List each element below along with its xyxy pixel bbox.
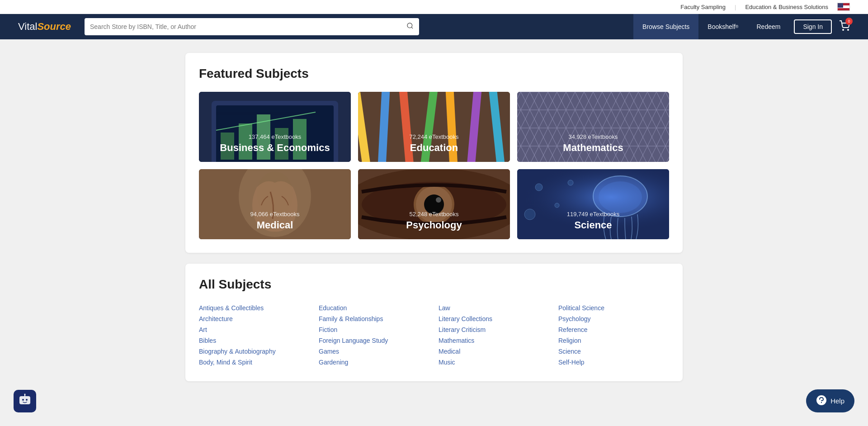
svg-point-46: [24, 394, 26, 395]
svg-point-3: [848, 29, 849, 30]
svg-point-2: [843, 29, 844, 30]
subject-card-education[interactable]: 72,244 eTextbooks Education: [358, 92, 510, 162]
subjects-column-1: Antiques & Collectibles Architecture Art…: [199, 303, 310, 368]
sign-in-button[interactable]: Sign In: [794, 19, 832, 34]
help-button[interactable]: Help: [806, 389, 854, 412]
browse-subjects-nav-link[interactable]: Browse Subjects: [633, 14, 698, 39]
faculty-sampling-link[interactable]: Faculty Sampling: [680, 4, 726, 10]
subject-count-medical: 94,066 eTextbooks: [206, 211, 344, 218]
bookshelf-nav-link[interactable]: Bookshelf®: [698, 14, 747, 39]
us-flag-icon: [837, 3, 850, 11]
subject-link-architecture[interactable]: Architecture: [199, 313, 310, 324]
subject-link-literary-collections[interactable]: Literary Collections: [439, 313, 549, 324]
bookshelf-label: Bookshelf: [708, 23, 735, 30]
redeem-nav-link[interactable]: Redeem: [747, 14, 789, 39]
subject-link-law[interactable]: Law: [439, 303, 549, 313]
subject-info-business: 137,464 eTextbooks Business & Economics: [199, 126, 351, 162]
subject-link-family[interactable]: Family & Relationships: [319, 313, 429, 324]
subject-link-art[interactable]: Art: [199, 324, 310, 335]
subject-count-mathematics: 34,928 eTextbooks: [524, 133, 662, 140]
subject-name-psychology: Psychology: [365, 219, 503, 231]
subject-link-antiques[interactable]: Antiques & Collectibles: [199, 303, 310, 313]
help-label: Help: [830, 397, 844, 405]
subject-link-gardening[interactable]: Gardening: [319, 357, 429, 368]
subjects-column-4: Political Science Psychology Reference R…: [558, 303, 669, 368]
subject-name-mathematics: Mathematics: [524, 142, 662, 154]
subject-link-foreign-language[interactable]: Foreign Language Study: [319, 335, 429, 346]
navbar: VitalSource Browse Subjects Bookshelf® R…: [0, 14, 868, 39]
subject-name-science: Science: [524, 219, 662, 231]
subject-link-literary-criticism[interactable]: Literary Criticism: [439, 324, 549, 335]
svg-point-39: [535, 184, 542, 191]
svg-point-0: [407, 23, 412, 28]
cart-button[interactable]: 0: [839, 20, 850, 33]
subject-link-music[interactable]: Music: [439, 357, 549, 368]
all-subjects-grid: Antiques & Collectibles Architecture Art…: [199, 303, 669, 368]
subject-link-reference[interactable]: Reference: [558, 324, 669, 335]
svg-rect-43: [19, 396, 30, 404]
subject-link-religion[interactable]: Religion: [558, 335, 669, 346]
chatbot-button[interactable]: [14, 390, 36, 412]
svg-point-42: [568, 180, 573, 185]
subject-card-psychology[interactable]: 52,248 eTextbooks Psychology: [358, 169, 510, 239]
all-subjects-card: All Subjects Antiques & Collectibles Arc…: [185, 264, 683, 381]
subjects-column-3: Law Literary Collections Literary Critic…: [439, 303, 549, 368]
chatbot-icon: [19, 393, 31, 409]
help-circle-icon: [816, 395, 827, 407]
logo[interactable]: VitalSource: [18, 21, 71, 33]
chatbot-face-svg: [19, 393, 31, 406]
subject-card-medical[interactable]: 94,066 eTextbooks Medical: [199, 169, 351, 239]
subject-link-games[interactable]: Games: [319, 346, 429, 357]
logo-source: Source: [37, 21, 71, 32]
help-chat-icon: [816, 395, 827, 406]
subject-info-medical: 94,066 eTextbooks Medical: [199, 204, 351, 239]
subject-card-business[interactable]: 137,464 eTextbooks Business & Economics: [199, 92, 351, 162]
search-input[interactable]: [90, 23, 403, 30]
subject-info-psychology: 52,248 eTextbooks Psychology: [358, 204, 510, 239]
subject-link-political-science[interactable]: Political Science: [558, 303, 669, 313]
search-button[interactable]: [406, 22, 414, 31]
svg-line-1: [411, 27, 413, 28]
nav-links: Browse Subjects Bookshelf® Redeem Sign I…: [633, 14, 850, 39]
subject-count-psychology: 52,248 eTextbooks: [365, 211, 503, 218]
subject-link-psychology[interactable]: Psychology: [558, 313, 669, 324]
subject-link-body-mind[interactable]: Body, Mind & Spirit: [199, 357, 310, 368]
subject-name-education: Education: [365, 142, 503, 154]
subject-link-education[interactable]: Education: [319, 303, 429, 313]
subject-link-science[interactable]: Science: [558, 346, 669, 357]
svg-point-34: [436, 197, 441, 203]
subject-link-medical[interactable]: Medical: [439, 346, 549, 357]
subject-info-science: 119,749 eTextbooks Science: [517, 204, 669, 239]
subject-info-mathematics: 34,928 eTextbooks Mathematics: [517, 126, 669, 162]
subject-link-bibles[interactable]: Bibles: [199, 335, 310, 346]
header-top-bar: Faculty Sampling | Education & Business …: [0, 0, 868, 14]
cart-badge: 0: [845, 18, 853, 25]
subject-link-biography[interactable]: Biography & Autobiography: [199, 346, 310, 357]
svg-point-44: [22, 399, 24, 401]
subject-count-education: 72,244 eTextbooks: [365, 133, 503, 140]
education-business-link[interactable]: Education & Business Solutions: [745, 4, 828, 10]
all-subjects-title: All Subjects: [199, 277, 669, 292]
svg-point-48: [821, 402, 822, 403]
featured-subjects-title: Featured Subjects: [199, 66, 669, 81]
main-content: Featured Subjects 137,464: [176, 39, 692, 406]
logo-vital: Vital: [18, 21, 37, 32]
subject-link-self-help[interactable]: Self-Help: [558, 357, 669, 368]
subject-link-mathematics[interactable]: Mathematics: [439, 335, 549, 346]
svg-point-45: [26, 399, 28, 401]
subject-name-business: Business & Economics: [206, 142, 344, 154]
subject-card-mathematics[interactable]: 34,928 eTextbooks Mathematics: [517, 92, 669, 162]
search-container: [85, 18, 419, 35]
subject-card-science[interactable]: 119,749 eTextbooks Science: [517, 169, 669, 239]
header-divider: |: [735, 4, 736, 10]
subject-count-science: 119,749 eTextbooks: [524, 211, 662, 218]
subject-name-medical: Medical: [206, 219, 344, 231]
subject-info-education: 72,244 eTextbooks Education: [358, 126, 510, 162]
featured-subjects-card: Featured Subjects 137,464: [185, 53, 683, 253]
subject-link-fiction[interactable]: Fiction: [319, 324, 429, 335]
subject-count-business: 137,464 eTextbooks: [206, 133, 344, 140]
registered-mark: ®: [736, 24, 739, 29]
featured-subjects-grid: 137,464 eTextbooks Business & Economics: [199, 92, 669, 239]
subjects-column-2: Education Family & Relationships Fiction…: [319, 303, 429, 368]
